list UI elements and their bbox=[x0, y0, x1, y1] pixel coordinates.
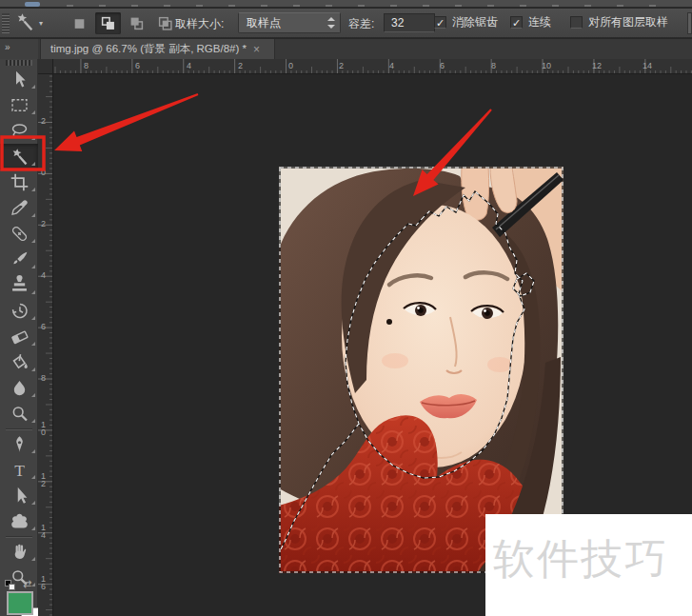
document-title: timg.jpg @ 66.7% (背景 副本, RGB/8#) * bbox=[50, 42, 247, 56]
sample-all-layers-checkbox[interactable] bbox=[570, 16, 583, 29]
dodge-tool[interactable] bbox=[0, 401, 38, 427]
eyedropper-tool[interactable] bbox=[0, 195, 38, 221]
top-ruler[interactable]: 86420246810121416 bbox=[53, 59, 692, 74]
hand-tool[interactable] bbox=[0, 539, 38, 565]
paint-bucket-tool[interactable] bbox=[0, 349, 38, 375]
move-tool[interactable] bbox=[0, 67, 38, 92]
healing-brush-tool[interactable] bbox=[0, 221, 38, 247]
svg-text:T: T bbox=[14, 461, 25, 480]
default-colors-icon[interactable] bbox=[5, 580, 17, 591]
type-tool[interactable]: T bbox=[0, 457, 38, 483]
svg-text:6: 6 bbox=[41, 582, 46, 591]
anti-alias-checkbox[interactable]: ✓ bbox=[434, 16, 446, 29]
menu-items-clipped bbox=[67, 5, 666, 7]
clone-stamp-tool[interactable] bbox=[0, 272, 38, 298]
intersect-selection-button[interactable] bbox=[152, 12, 178, 34]
svg-text:4: 4 bbox=[41, 530, 46, 540]
contiguous-option: ✓连续 bbox=[510, 14, 551, 30]
magic-wand-tool-preset[interactable]: ▾ bbox=[14, 11, 54, 35]
add-to-selection-button[interactable] bbox=[95, 12, 121, 34]
pen-tool[interactable] bbox=[0, 431, 38, 457]
eraser-tool[interactable] bbox=[0, 324, 38, 349]
svg-text:2: 2 bbox=[339, 61, 344, 70]
svg-text:4: 4 bbox=[187, 61, 191, 70]
svg-text:2: 2 bbox=[41, 479, 46, 488]
new-selection-button[interactable] bbox=[67, 12, 92, 34]
blush-left bbox=[382, 353, 408, 368]
finger bbox=[462, 167, 489, 220]
toolbar-collapse-button[interactable]: » bbox=[0, 39, 38, 59]
lasso-tool[interactable] bbox=[0, 118, 38, 144]
contiguous-label: 连续 bbox=[528, 14, 551, 30]
svg-text:12: 12 bbox=[592, 61, 602, 70]
rectangular-marquee-tool[interactable] bbox=[0, 92, 38, 118]
tolerance-label: 容差: bbox=[348, 16, 374, 32]
document-tab[interactable]: timg.jpg @ 66.7% (背景 副本, RGB/8#) * × bbox=[40, 39, 275, 59]
foreground-color-swatch[interactable] bbox=[7, 591, 33, 615]
close-tab-icon[interactable]: × bbox=[253, 43, 260, 56]
mole bbox=[386, 319, 392, 325]
photoshop-window: ▾ 取样大小: 取样点 容差: 32 ✓消除锯齿✓连续对所有图层取样 » tim… bbox=[0, 0, 692, 616]
svg-text:8: 8 bbox=[491, 61, 496, 70]
left-ruler[interactable]: 20246810121416 bbox=[38, 74, 53, 616]
svg-text:14: 14 bbox=[643, 61, 652, 70]
history-brush-tool[interactable] bbox=[0, 298, 38, 324]
path-selection-tool[interactable] bbox=[0, 483, 38, 508]
svg-text:0: 0 bbox=[41, 168, 46, 177]
options-bar-overflow bbox=[687, 12, 692, 34]
svg-text:2: 2 bbox=[238, 61, 243, 70]
custom-shape-tool[interactable] bbox=[0, 508, 38, 534]
svg-text:6: 6 bbox=[440, 61, 445, 70]
svg-text:6: 6 bbox=[135, 61, 140, 70]
tool-group-divider bbox=[6, 428, 32, 429]
magic-wand-tool[interactable] bbox=[0, 144, 38, 169]
brush-tool[interactable] bbox=[0, 247, 38, 272]
swap-colors-icon[interactable]: ⇄ bbox=[23, 578, 31, 590]
magic-wand-icon bbox=[14, 11, 35, 36]
tool-group-divider bbox=[6, 536, 32, 537]
svg-text:0: 0 bbox=[288, 61, 293, 70]
subtract-from-selection-button[interactable] bbox=[124, 12, 149, 34]
app-icon bbox=[25, 2, 40, 7]
svg-text:4: 4 bbox=[389, 61, 394, 70]
document-image[interactable] bbox=[279, 167, 563, 573]
svg-text:10: 10 bbox=[542, 61, 551, 70]
document-tab-bar: » timg.jpg @ 66.7% (背景 副本, RGB/8#) * × bbox=[0, 39, 692, 59]
svg-text:2: 2 bbox=[41, 116, 46, 126]
tool-options-bar: ▾ 取样大小: 取样点 容差: 32 ✓消除锯齿✓连续对所有图层取样 bbox=[0, 9, 692, 38]
sample-all-layers-option: 对所有图层取样 bbox=[570, 14, 668, 30]
contiguous-checkbox[interactable]: ✓ bbox=[510, 16, 523, 29]
stepper-arrows-icon bbox=[327, 16, 335, 30]
sample-all-layers-label: 对所有图层取样 bbox=[588, 14, 668, 30]
svg-text:4: 4 bbox=[41, 270, 46, 280]
crop-tool[interactable] bbox=[0, 169, 38, 195]
blush-right bbox=[487, 357, 512, 372]
svg-text:8: 8 bbox=[41, 373, 46, 383]
svg-text:6: 6 bbox=[41, 322, 46, 331]
ruler-corner bbox=[38, 59, 53, 74]
watermark-text: 软件技巧 bbox=[493, 531, 668, 587]
tools-panel-grip[interactable] bbox=[6, 60, 32, 66]
chevron-down-icon: ▾ bbox=[39, 19, 43, 28]
sample-size-select[interactable]: 取样点 bbox=[238, 12, 341, 33]
canvas-area[interactable]: 软件技巧 bbox=[53, 74, 692, 616]
anti-alias-option: ✓消除锯齿 bbox=[434, 14, 498, 30]
svg-text:2: 2 bbox=[41, 219, 46, 229]
svg-text:8: 8 bbox=[84, 61, 89, 70]
svg-text:0: 0 bbox=[41, 427, 46, 437]
tolerance-input[interactable]: 32 bbox=[384, 13, 435, 32]
blur-tool[interactable] bbox=[0, 375, 38, 401]
sample-size-value: 取样点 bbox=[247, 15, 281, 31]
sample-size-label: 取样大小: bbox=[175, 16, 224, 32]
anti-alias-label: 消除锯齿 bbox=[452, 14, 498, 30]
menu-bar bbox=[0, 0, 692, 8]
watermark: 软件技巧 bbox=[485, 514, 692, 616]
options-bar-grip[interactable] bbox=[2, 13, 10, 33]
tools-panel: T ⇄ bbox=[0, 59, 38, 616]
